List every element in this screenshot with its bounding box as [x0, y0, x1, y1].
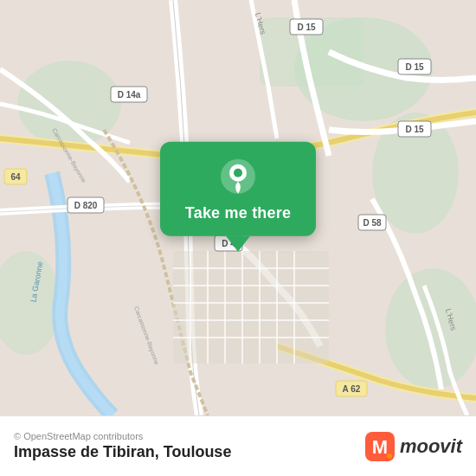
moovit-brand-label: moovit [400, 435, 462, 458]
svg-point-45 [234, 169, 242, 177]
svg-text:D 14a: D 14a [118, 90, 141, 100]
svg-text:D 15: D 15 [297, 23, 316, 32]
location-name: Impasse de Tibiran, Toulouse [14, 443, 231, 461]
popup-tail [226, 236, 250, 252]
footer-bar: © OpenStreetMap contributors Impasse de … [0, 415, 476, 476]
svg-text:D 15: D 15 [405, 62, 424, 72]
take-me-there-button[interactable]: Take me there [185, 204, 291, 222]
svg-text:M: M [372, 436, 388, 458]
svg-point-48 [387, 453, 392, 459]
moovit-brand-icon: M [363, 430, 396, 463]
svg-text:D 15: D 15 [405, 125, 424, 134]
map-attribution: © OpenStreetMap contributors [14, 431, 231, 441]
svg-text:D 820: D 820 [74, 201, 98, 210]
svg-text:D 58: D 58 [363, 218, 382, 228]
map-view: D 15 D 15 D 15 D 14a D 820 D 4 D 58 64 A… [0, 0, 476, 415]
svg-point-5 [385, 268, 476, 389]
location-pin-icon [219, 158, 257, 196]
svg-text:64: 64 [10, 172, 21, 182]
popup-card: Take me there [160, 142, 316, 236]
footer-location-info: © OpenStreetMap contributors Impasse de … [14, 431, 231, 461]
svg-text:A 62: A 62 [343, 384, 361, 394]
location-popup: Take me there [160, 142, 316, 252]
moovit-logo: M moovit [363, 430, 462, 463]
